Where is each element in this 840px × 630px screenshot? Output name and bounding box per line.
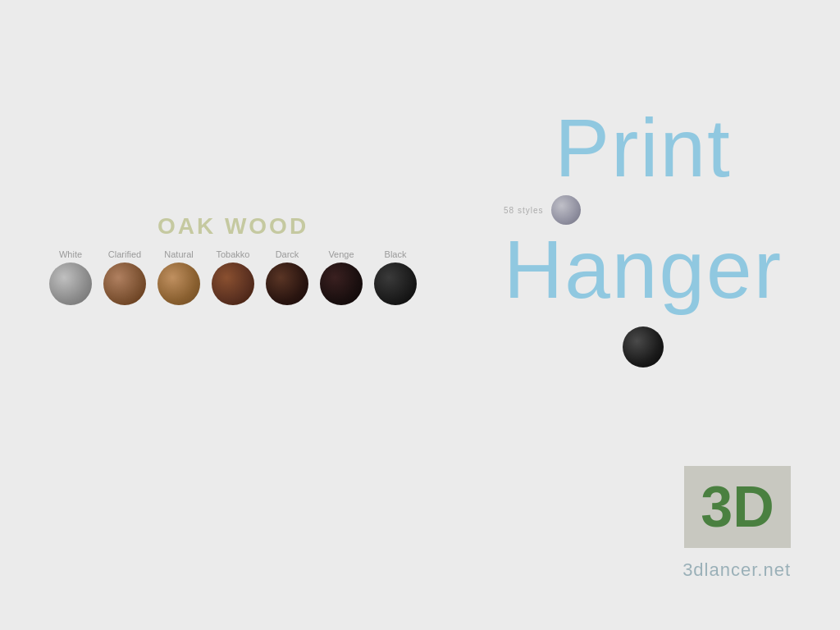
oak-wood-section: OAK WOOD White Clarified Natural Tobakko… [49, 213, 417, 305]
swatch-clarified-label: Clarified [108, 249, 141, 259]
swatch-clarified[interactable]: Clarified [103, 249, 146, 305]
swatch-darck[interactable]: Darck [266, 249, 308, 305]
swatch-natural-label: Natural [164, 249, 193, 259]
print-hanger-section: Print 58 styles Hanger [446, 107, 840, 368]
gray-dot-icon[interactable] [551, 195, 581, 225]
hanger-title: Hanger [446, 228, 840, 310]
swatch-venge-label: Venge [328, 249, 354, 259]
styles-label: 58 styles [504, 206, 543, 215]
swatch-clarified-circle[interactable] [103, 262, 146, 305]
swatch-black[interactable]: Black [374, 249, 417, 305]
swatch-natural[interactable]: Natural [158, 249, 200, 305]
swatch-darck-circle[interactable] [266, 262, 308, 305]
swatch-white-circle[interactable] [49, 262, 92, 305]
swatch-darck-label: Darck [276, 249, 299, 259]
swatch-venge-circle[interactable] [320, 262, 363, 305]
swatch-black-label: Black [385, 249, 407, 259]
3d-badge-label: 3D [701, 474, 774, 540]
swatch-tobakko[interactable]: Tobakko [212, 249, 254, 305]
styles-section: 58 styles [504, 195, 840, 225]
swatch-tobakko-circle[interactable] [212, 262, 254, 305]
color-swatches-row: White Clarified Natural Tobakko Darck Ve… [49, 249, 417, 305]
3d-badge: 3D [684, 466, 791, 548]
swatch-natural-circle[interactable] [158, 262, 200, 305]
brand-label: 3dlancer.net [682, 559, 791, 581]
swatch-black-circle[interactable] [374, 262, 417, 305]
swatch-tobakko-label: Tobakko [217, 249, 250, 259]
swatch-venge[interactable]: Venge [320, 249, 363, 305]
black-dot-section [446, 326, 840, 368]
swatch-white[interactable]: White [49, 249, 92, 305]
black-dot-icon[interactable] [623, 326, 664, 368]
oak-wood-title: OAK WOOD [49, 213, 417, 240]
swatch-white-label: White [59, 249, 82, 259]
print-title: Print [446, 107, 840, 189]
